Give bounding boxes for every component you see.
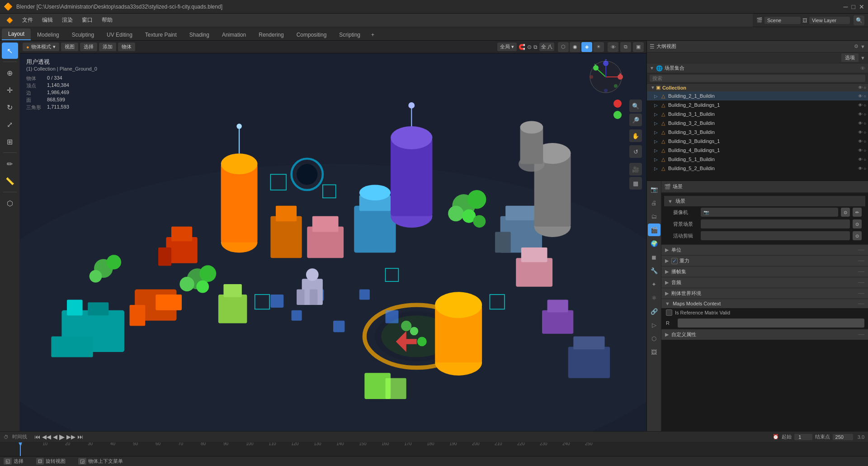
zoom-out-btn[interactable]: 🔎 [629, 114, 642, 126]
menu-edit[interactable]: 编辑 [38, 14, 57, 26]
view-layer-input[interactable] [809, 17, 850, 24]
zoom-in-btn[interactable]: 🔍 [629, 100, 642, 112]
props-tab-data[interactable]: ▷ [648, 319, 660, 331]
building-5-2-restrict[interactable]: ○ [863, 166, 866, 171]
rigid-body-section-title[interactable]: ▶ 刚体世界环境 ── [661, 288, 868, 299]
measure-tool[interactable]: 📏 [2, 173, 18, 189]
snap-icon[interactable]: 🧲 [519, 44, 525, 50]
building-3-2-restrict[interactable]: ○ [863, 121, 866, 126]
props-tab-view-layer[interactable]: 🗂 [648, 210, 660, 223]
gizmos-toggle[interactable]: 👁 [608, 42, 618, 52]
outliner-item-building-2-1[interactable]: ▷ △ Building_2_1_Buildin 👁 ○ [647, 91, 868, 100]
next-keyframe-btn[interactable]: ▶▶ [66, 433, 75, 440]
building-3-1-restrict[interactable]: ○ [863, 112, 866, 117]
outliner-item-collection[interactable]: ▼ ▣ Collection 👁 ○ [647, 84, 868, 91]
view-menu[interactable]: 视图 [61, 43, 78, 51]
prev-keyframe-btn[interactable]: ◀◀ [42, 433, 51, 440]
bg-scene-value[interactable] [701, 219, 850, 228]
props-tab-world[interactable]: 🌍 [648, 237, 660, 250]
snap-to-icon[interactable]: ⧉ [533, 44, 538, 50]
building-3-3-eye[interactable]: 👁 [858, 130, 863, 135]
building-2-buildings-restrict[interactable]: ○ [863, 103, 866, 108]
props-tab-particles[interactable]: ✦ [648, 278, 660, 290]
overlays-toggle[interactable]: ⧉ [620, 42, 631, 52]
props-tab-scene[interactable]: 🎬 [648, 223, 660, 236]
props-tab-texture[interactable]: 🖼 [648, 346, 660, 358]
keyframes-section-title[interactable]: ▶ 播帧集 ── [661, 266, 868, 277]
maps-models-section-title[interactable]: ▼ Maps Models Context ── [661, 299, 868, 308]
active-clip-value[interactable] [701, 231, 850, 240]
outliner-item-building-3-1[interactable]: ▷ △ Building_3_1_Buildin 👁 ○ [647, 109, 868, 119]
timeline-ruler[interactable]: 1 10 20 30 40 50 60 70 80 90 100 110 120… [0, 442, 868, 456]
tab-animation[interactable]: Animation [216, 29, 252, 40]
building-4-buildings-eye[interactable]: 👁 [858, 148, 863, 153]
object-menu[interactable]: 物体 [118, 43, 135, 51]
tab-layout[interactable]: Layout [2, 29, 31, 40]
rendered-shading[interactable]: ☀ [593, 42, 604, 52]
cursor-tool[interactable]: ⊕ [2, 65, 18, 81]
tab-modeling[interactable]: Modeling [31, 29, 66, 40]
menu-blender[interactable]: 🔶 [2, 15, 18, 25]
outliner-item-building-5-2[interactable]: ▷ △ Building_5_2_Buildin 👁 ○ [647, 164, 868, 173]
outliner-search[interactable] [650, 75, 865, 82]
solid-shading[interactable]: ◉ [570, 42, 580, 52]
menu-file[interactable]: 文件 [18, 14, 38, 26]
building-4-buildings-restrict[interactable]: ○ [863, 148, 866, 153]
outliner-item-building-5-1[interactable]: ▷ △ Building_5_1_Buildin 👁 ○ [647, 155, 868, 164]
filter-toggle[interactable]: ▼ [860, 55, 865, 61]
outliner-options-btn[interactable]: ⚙ [854, 43, 859, 49]
building-3-3-restrict[interactable]: ○ [863, 130, 866, 135]
menu-help[interactable]: 帮助 [97, 14, 117, 26]
material-shading[interactable]: ◈ [581, 42, 592, 52]
scene-visibility-icon[interactable]: 👁 [860, 66, 865, 71]
collection-eye-1[interactable]: 👁 [858, 85, 863, 90]
building-2-buildings-eye[interactable]: 👁 [858, 103, 863, 108]
pan-view-btn[interactable]: ✋ [629, 129, 642, 142]
jump-end-btn[interactable]: ⏭ [77, 433, 83, 440]
tab-texture-paint[interactable]: Texture Paint [139, 29, 183, 40]
props-tab-modifier[interactable]: 🔧 [648, 264, 660, 277]
units-section-title[interactable]: ▶ 单位 ── [661, 245, 868, 255]
building-2-1-restrict[interactable]: ○ [863, 94, 866, 99]
outliner-item-building-3-buildings[interactable]: ▷ △ Building_3_Buildings_1 👁 ○ [647, 137, 868, 146]
current-frame-input[interactable] [794, 434, 812, 440]
maximize-btn[interactable]: □ [852, 3, 855, 10]
collection-restrict-1[interactable]: ○ [863, 85, 866, 90]
rotate-view-btn[interactable]: ↺ [629, 145, 642, 158]
wireframe-shading[interactable]: ⬡ [558, 42, 569, 52]
audio-section-title[interactable]: ▶ 音频 ── [661, 277, 868, 288]
tab-rendering[interactable]: Rendering [252, 29, 290, 40]
building-2-1-eye[interactable]: 👁 [858, 94, 863, 99]
props-tab-object[interactable]: ◼ [648, 251, 660, 263]
xray-toggle[interactable]: ▣ [633, 42, 644, 52]
building-3-2-eye[interactable]: 👁 [858, 121, 863, 126]
minimize-btn[interactable]: ─ [844, 3, 848, 10]
add-menu[interactable]: 添加 [99, 43, 116, 51]
r-value[interactable] [678, 319, 864, 328]
rotate-tool[interactable]: ↻ [2, 99, 18, 115]
is-reference-checkbox[interactable] [666, 309, 672, 316]
props-tab-physics[interactable]: ⚛ [648, 291, 660, 304]
props-tab-material[interactable]: ⬡ [648, 332, 660, 345]
outliner-filter-btn[interactable]: ▼ [860, 44, 865, 49]
building-5-2-eye[interactable]: 👁 [858, 166, 863, 171]
menu-render[interactable]: 渲染 [57, 14, 77, 26]
select-tool[interactable]: ↖ [2, 43, 18, 59]
outliner-item-building-2-buildings[interactable]: ▷ △ Building_2_Buildings_1 👁 ○ [647, 100, 868, 109]
viewport-gizmo[interactable]: X Y Z [588, 59, 624, 95]
camera-view-btn[interactable]: 🎥 [629, 163, 642, 176]
close-btn[interactable]: ✕ [859, 3, 864, 10]
global-prop[interactable]: 全局 ▾ [497, 43, 517, 51]
custom-props-section-title[interactable]: ▶ 自定义属性 ── [661, 329, 868, 340]
active-clip-browse-btn[interactable]: ⊙ [853, 231, 862, 240]
viewport-mode-selector[interactable]: ● 物体模式 ▾ [23, 43, 59, 51]
annotate-tool[interactable]: ✏ [2, 156, 18, 172]
transform-tool[interactable]: ⊞ [2, 133, 18, 150]
camera-value[interactable]: 📷 [701, 208, 838, 217]
play-reverse-btn[interactable]: ◀ [53, 433, 57, 440]
tab-add[interactable]: + [367, 29, 379, 40]
gravity-checkbox[interactable]: ✓ [671, 258, 678, 264]
select-menu[interactable]: 选择 [80, 43, 97, 51]
building-5-1-eye[interactable]: 👁 [858, 157, 863, 162]
building-3-1-eye[interactable]: 👁 [858, 112, 863, 117]
